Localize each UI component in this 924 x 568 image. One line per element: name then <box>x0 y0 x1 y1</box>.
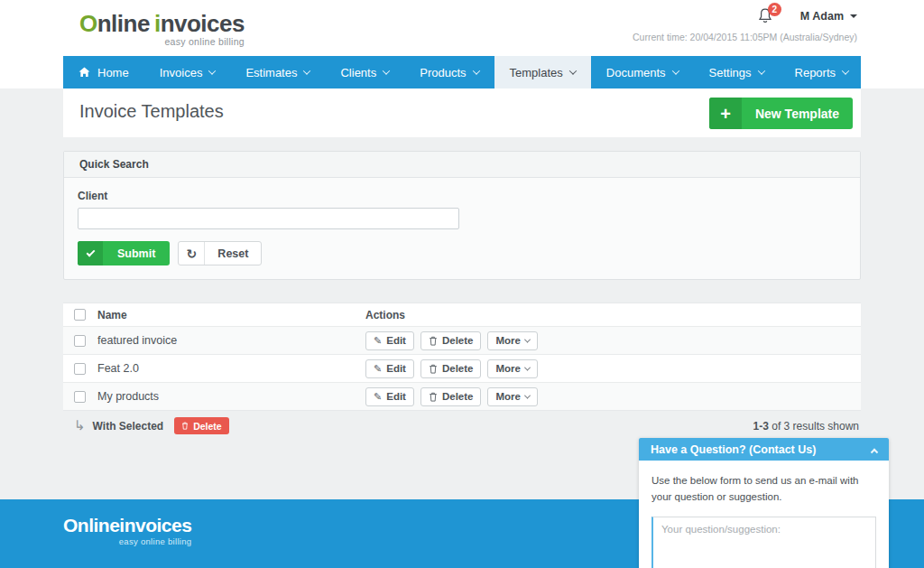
bulk-delete-button[interactable]: Delete <box>174 417 229 434</box>
table-row: Feat 2.0 ✎Edit Delete More <box>63 354 861 382</box>
nav-item-label: Clients <box>340 66 376 79</box>
with-selected-label: With Selected <box>93 420 164 433</box>
plus-icon: + <box>709 98 742 129</box>
edit-button[interactable]: ✎Edit <box>365 331 414 350</box>
caret-down-icon <box>850 14 857 18</box>
logo-nvoices: nvoices <box>125 515 192 535</box>
template-name: Feat 2.0 <box>97 362 365 375</box>
quick-search-body: Client Submit ↻ Reset <box>64 178 860 279</box>
delete-button[interactable]: Delete <box>420 359 482 378</box>
header-right: 2 M Adam Current time: 20/04/2015 11:05P… <box>633 5 857 42</box>
nav-item-templates[interactable]: Templates <box>494 56 591 88</box>
more-label: More <box>495 363 520 374</box>
reset-button[interactable]: ↻ Reset <box>178 241 262 265</box>
home-icon <box>79 67 90 78</box>
chevron-down-icon <box>383 67 390 74</box>
client-input[interactable] <box>78 208 459 229</box>
template-name: featured invoice <box>97 334 365 347</box>
check-icon <box>78 241 103 265</box>
footer-logo: Onlineinvoices easy online billing <box>63 516 191 546</box>
pencil-icon: ✎ <box>374 392 382 402</box>
submit-button[interactable]: Submit <box>78 241 170 265</box>
nav-item-documents[interactable]: Documents <box>591 56 694 88</box>
reset-label: Reset <box>205 242 261 265</box>
nav-item-settings[interactable]: Settings <box>694 56 780 88</box>
nav-item-estimates[interactable]: Estimates <box>230 56 325 88</box>
chevron-down-icon <box>472 67 479 74</box>
new-template-button[interactable]: + New Template <box>709 98 853 129</box>
edit-label: Edit <box>386 363 406 374</box>
contact-header-label: Have a Question? (Contact Us) <box>651 443 816 456</box>
footer-logo-tagline: easy online billing <box>63 537 191 546</box>
chevron-up-icon <box>871 448 878 455</box>
edit-button[interactable]: ✎Edit <box>365 387 414 406</box>
title-band: Invoice Templates + New Template <box>63 88 861 137</box>
contact-widget-header[interactable]: Have a Question? (Contact Us) <box>639 438 889 461</box>
top-header: Onlineinvoices easy online billing 2 M A… <box>0 0 924 56</box>
nav-item-label: Home <box>97 66 129 79</box>
current-time: Current time: 20/04/2015 11:05PM (Austra… <box>633 32 857 42</box>
more-button[interactable]: More <box>487 359 537 378</box>
user-name: M Adam <box>800 10 844 23</box>
table-header-row: Name Actions <box>63 303 861 326</box>
logo-i: i <box>154 10 161 37</box>
nav-item-label: Templates <box>510 66 563 79</box>
nav-item-reports[interactable]: Reports <box>780 56 864 88</box>
branch-arrow-icon: ↳ <box>74 419 86 433</box>
select-all-checkbox[interactable] <box>74 309 86 321</box>
chevron-down-icon <box>671 67 679 74</box>
delete-button[interactable]: Delete <box>420 331 482 350</box>
chevron-down-icon <box>524 336 531 342</box>
logo-nvoices: nvoices <box>161 10 245 37</box>
user-menu[interactable]: M Adam <box>800 10 857 23</box>
notification-badge[interactable]: 2 <box>768 3 781 16</box>
trash-icon <box>429 392 438 402</box>
delete-button[interactable]: Delete <box>420 387 482 406</box>
delete-label: Delete <box>442 391 474 402</box>
nav-item-products[interactable]: Products <box>404 56 494 88</box>
trash-icon <box>429 364 438 374</box>
nav-item-invoices[interactable]: Invoices <box>144 56 231 88</box>
submit-label: Submit <box>103 241 170 265</box>
table-row: featured invoice ✎Edit Delete More <box>63 326 861 354</box>
client-label: Client <box>78 190 846 202</box>
edit-label: Edit <box>386 391 406 402</box>
main-nav: Home Invoices Estimates Clients Products… <box>63 56 861 88</box>
chevron-down-icon <box>757 67 764 74</box>
table-row: My products ✎Edit Delete More <box>63 382 861 410</box>
pencil-icon: ✎ <box>374 364 382 374</box>
row-checkbox[interactable] <box>74 335 86 347</box>
nav-item-label: Settings <box>709 66 752 79</box>
nav-item-home[interactable]: Home <box>63 56 144 88</box>
row-checkbox[interactable] <box>74 363 86 375</box>
logo-tagline: easy online billing <box>79 37 245 47</box>
nav-item-clients[interactable]: Clients <box>325 56 404 88</box>
more-label: More <box>495 335 520 346</box>
nav-strip: Home Invoices Estimates Clients Products… <box>0 56 924 88</box>
more-button[interactable]: More <box>487 387 537 406</box>
results-info: 1-3 of 3 results shown <box>753 420 861 433</box>
contact-widget-body: Use the below form to send us an e-mail … <box>639 461 889 568</box>
row-checkbox[interactable] <box>74 391 86 403</box>
column-header-name: Name <box>97 309 365 321</box>
edit-button[interactable]: ✎Edit <box>365 359 414 378</box>
results-range: 1-3 <box>753 420 769 433</box>
footer-logo-text: Onlineinvoices <box>63 516 191 535</box>
nav-item-label: Documents <box>606 66 666 79</box>
more-button[interactable]: More <box>487 331 537 350</box>
question-textarea[interactable] <box>651 517 876 568</box>
refresh-icon: ↻ <box>179 242 205 265</box>
results-suffix: of 3 results shown <box>769 420 859 433</box>
pencil-icon: ✎ <box>374 336 382 346</box>
logo-o: O <box>63 515 78 535</box>
delete-label: Delete <box>442 335 474 346</box>
bulk-delete-label: Delete <box>193 421 222 432</box>
column-header-actions: Actions <box>365 309 861 321</box>
quick-search-panel: Quick Search Client Submit ↻ Reset <box>63 151 861 280</box>
chevron-down-icon <box>524 392 531 398</box>
trash-icon <box>429 336 438 346</box>
templates-table: Name Actions featured invoice ✎Edit Dele… <box>63 303 861 411</box>
chevron-down-icon <box>303 67 310 74</box>
notifications-bell[interactable]: 2 <box>757 7 773 25</box>
quick-search-title: Quick Search <box>64 152 860 178</box>
